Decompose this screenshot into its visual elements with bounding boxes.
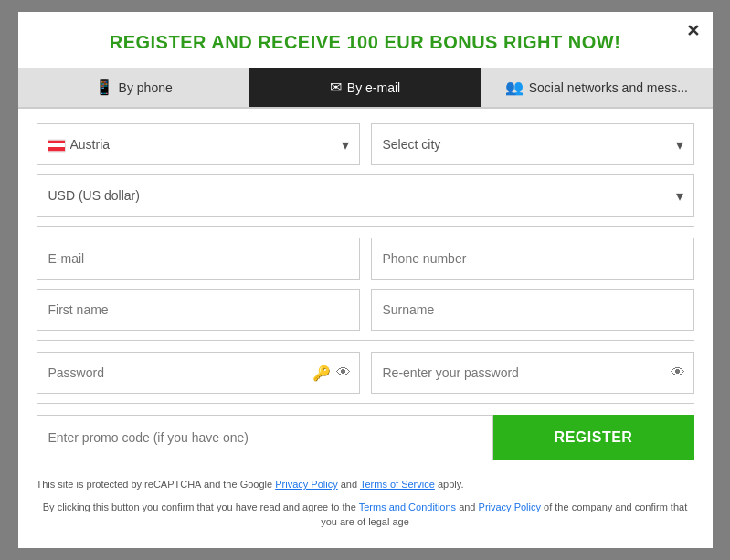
legal-text-2: By clicking this button you confirm that… [18, 492, 713, 530]
country-city-row: Austria Select city [37, 123, 694, 165]
tab-social[interactable]: 👥 Social networks and mess... [481, 68, 712, 107]
city-group: Select city [371, 123, 694, 165]
surname-group [371, 289, 694, 331]
tab-by-phone-label: By phone [119, 80, 173, 95]
tab-by-email-label: By e-mail [347, 80, 400, 95]
phone-group [371, 238, 694, 280]
re-password-input[interactable] [371, 352, 694, 394]
social-icon: 👥 [505, 79, 524, 96]
privacy-policy-link[interactable]: Privacy Policy [275, 479, 337, 490]
registration-modal: ✕ REGISTER AND RECEIVE 100 EUR BONUS RIG… [18, 12, 713, 548]
phone-input[interactable] [371, 238, 694, 280]
promo-register-row: REGISTER [37, 415, 694, 460]
first-name-input[interactable] [37, 289, 360, 331]
terms-conditions-link[interactable]: Terms and Conditions [359, 502, 456, 512]
legal-text-1: This site is protected by reCAPTCHA and … [18, 470, 713, 492]
email-icon: ✉ [330, 79, 342, 96]
country-group: Austria [37, 123, 360, 165]
terms-of-service-link[interactable]: Terms of Service [360, 479, 435, 490]
first-name-group [37, 289, 360, 331]
re-password-group: 👁 [371, 352, 694, 394]
password-row: 🔑 👁 👁 [37, 352, 694, 394]
phone-icon: 📱 [95, 79, 113, 96]
country-select[interactable]: Austria [37, 123, 360, 165]
tab-by-email[interactable]: ✉ By e-mail [249, 68, 481, 107]
tab-by-phone[interactable]: 📱 By phone [18, 68, 249, 107]
privacy-policy-link-2[interactable]: Privacy Policy [479, 502, 541, 512]
email-input[interactable] [37, 238, 360, 280]
email-group [37, 238, 360, 280]
promo-input[interactable] [37, 415, 493, 460]
tab-social-label: Social networks and mess... [529, 80, 688, 95]
city-select[interactable]: Select city [371, 123, 694, 165]
form-body: Austria Select city USD (US dollar) [18, 109, 713, 460]
divider-3 [37, 403, 694, 404]
divider-2 [37, 340, 694, 341]
password-input[interactable] [37, 352, 360, 394]
currency-row: USD (US dollar) [37, 174, 694, 217]
close-button[interactable]: ✕ [686, 21, 700, 41]
modal-title: REGISTER AND RECEIVE 100 EUR BONUS RIGHT… [18, 12, 713, 68]
surname-input[interactable] [371, 289, 694, 331]
currency-select[interactable]: USD (US dollar) [37, 174, 694, 217]
name-row [37, 289, 694, 331]
currency-group: USD (US dollar) [37, 174, 694, 217]
password-group: 🔑 👁 [37, 352, 360, 394]
email-phone-row [37, 238, 694, 280]
divider-1 [37, 226, 694, 227]
register-button[interactable]: REGISTER [493, 415, 694, 460]
tabs-container: 📱 By phone ✉ By e-mail 👥 Social networks… [18, 68, 713, 109]
